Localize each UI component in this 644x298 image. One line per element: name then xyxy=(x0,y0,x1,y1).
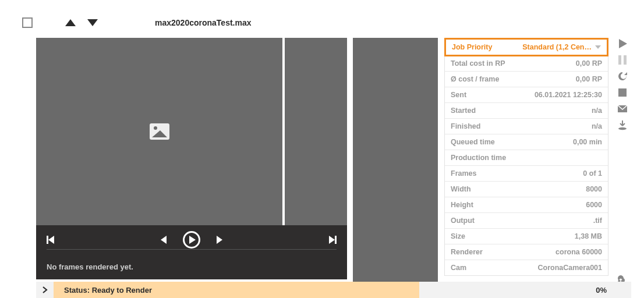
pause-icon[interactable] xyxy=(616,54,629,66)
table-row: Total cost in RP0,00 RP xyxy=(445,56,608,72)
next-frame-button[interactable] xyxy=(217,236,222,244)
player-bar xyxy=(36,225,347,254)
table-row: Frames0 of 1 xyxy=(445,166,608,182)
preview-panel: No frames rendered yet. xyxy=(36,38,347,279)
svg-marker-0 xyxy=(619,39,627,48)
move-up-icon[interactable] xyxy=(65,19,76,26)
table-row: Finishedn/a xyxy=(445,119,608,134)
status-bar: Status: Ready to Render 0% xyxy=(36,282,631,298)
mail-icon[interactable] xyxy=(616,103,629,115)
table-row: CamCoronaCamera001 xyxy=(445,260,608,275)
table-row: Queued time0,00 min xyxy=(445,134,608,150)
download-icon[interactable] xyxy=(616,119,629,131)
stop-icon[interactable] xyxy=(616,87,629,98)
job-priority-label: Job Priority xyxy=(452,43,492,51)
skip-first-button[interactable] xyxy=(47,236,54,244)
table-row: Width8000 xyxy=(445,182,608,197)
table-row: Renderercorona 60000 xyxy=(445,244,608,260)
select-job-checkbox[interactable] xyxy=(22,17,33,28)
refresh-icon[interactable] xyxy=(616,70,629,82)
prev-frame-button[interactable] xyxy=(161,236,167,244)
job-priority-dropdown[interactable]: Job Priority Standard (1,2 Cen… xyxy=(444,38,608,56)
table-row: Sent06.01.2021 12:25:30 xyxy=(445,87,608,103)
job-actions-toolbar xyxy=(614,38,631,131)
svg-rect-2 xyxy=(624,55,627,65)
table-row: Height6000 xyxy=(445,197,608,213)
job-filename: max2020coronaTest.max xyxy=(155,18,252,27)
secondary-preview-area xyxy=(353,38,438,282)
play-button[interactable] xyxy=(183,231,200,249)
no-frames-message: No frames rendered yet. xyxy=(36,254,347,279)
table-row: Ø cost / frame0,00 RP xyxy=(445,72,608,87)
preview-side-area xyxy=(285,38,347,225)
job-info-table: Job Priority Standard (1,2 Cen… Total co… xyxy=(444,38,608,276)
table-row: Size1,38 MB xyxy=(445,229,608,244)
expand-status-button[interactable] xyxy=(36,286,54,293)
status-percent: 0% xyxy=(596,286,631,295)
status-text: Status: Ready to Render xyxy=(54,282,419,298)
preview-main-area xyxy=(36,38,282,225)
svg-point-5 xyxy=(618,127,627,130)
image-placeholder-icon xyxy=(150,123,169,140)
table-row: Production time xyxy=(445,150,608,166)
table-row: Output.tif xyxy=(445,213,608,229)
skip-last-button[interactable] xyxy=(329,236,337,244)
start-icon[interactable] xyxy=(616,38,629,49)
chevron-down-icon xyxy=(595,45,601,49)
table-row: Startedn/a xyxy=(445,103,608,119)
svg-rect-3 xyxy=(618,88,627,97)
svg-rect-1 xyxy=(618,55,621,65)
job-priority-value: Standard (1,2 Cen… xyxy=(522,43,592,51)
move-down-icon[interactable] xyxy=(87,19,98,26)
